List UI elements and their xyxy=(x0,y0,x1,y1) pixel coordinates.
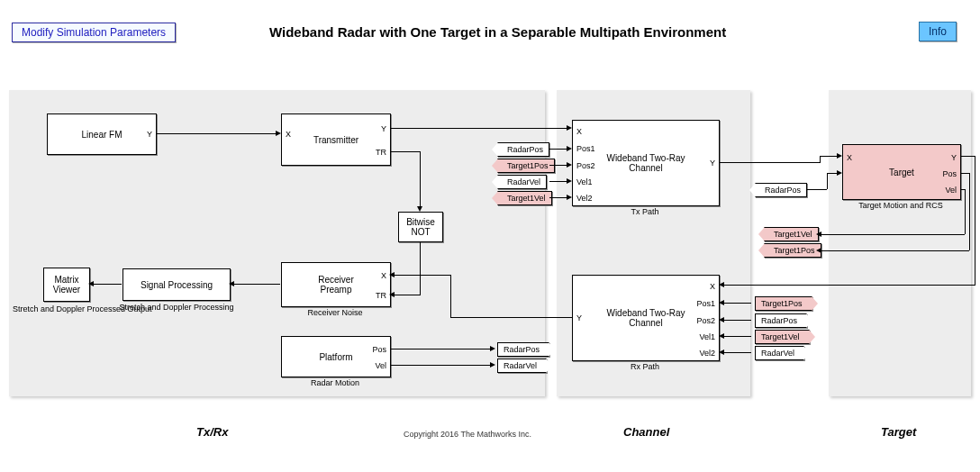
from-radarvel-tx[interactable]: RadarVel xyxy=(497,175,547,189)
caption-tx-path: Tx Path xyxy=(631,207,658,216)
arrow-icon xyxy=(389,272,395,277)
wire xyxy=(965,189,966,234)
wire xyxy=(975,156,975,285)
arrow-icon xyxy=(567,125,572,131)
wire xyxy=(818,234,965,235)
arrow-icon xyxy=(490,362,495,368)
block-label: Target xyxy=(843,145,960,199)
tag-label: RadarVel xyxy=(761,349,794,358)
block-tx-tworay[interactable]: X Pos1 Pos2 Vel1 Vel2 Y Wideband Two-Ray… xyxy=(572,120,720,206)
tag-label: RadarPos xyxy=(504,345,540,354)
copyright-text: Copyright 2016 The Mathworks Inc. xyxy=(404,430,531,439)
wire xyxy=(818,250,969,251)
tag-label: Target1Pos xyxy=(774,246,815,255)
arrow-icon xyxy=(567,195,572,200)
wire xyxy=(960,156,975,157)
from-radarvel-rx[interactable]: RadarVel xyxy=(755,346,804,360)
arrow-icon xyxy=(719,300,724,305)
block-label: Platform xyxy=(282,337,390,377)
from-target1pos-tx[interactable]: Target1Pos xyxy=(497,159,555,173)
block-label: Wideband Two-Ray Channel xyxy=(573,121,719,205)
goto-radarvel[interactable]: RadarVel xyxy=(497,359,547,373)
tag-label: Target1Vel xyxy=(507,194,546,203)
region-label-channel: Channel xyxy=(623,425,669,439)
arrow-icon xyxy=(229,281,234,286)
block-label: Wideband Two-Ray Channel xyxy=(573,276,719,360)
block-label: Matrix Viewer xyxy=(44,268,89,301)
region-label-txrx: Tx/Rx xyxy=(196,425,228,439)
arrow-icon xyxy=(719,282,724,287)
arrow-icon xyxy=(567,146,572,151)
wire xyxy=(960,173,969,174)
arrow-icon xyxy=(719,349,724,355)
arrow-icon xyxy=(719,317,724,322)
from-target1pos-rx[interactable]: Target1Pos xyxy=(755,296,812,311)
arrow-icon xyxy=(389,292,395,297)
arrow-icon xyxy=(837,153,842,159)
wire xyxy=(827,173,828,189)
caption-platform: Radar Motion xyxy=(311,378,359,387)
tag-label: Target1Vel xyxy=(761,332,800,341)
arrow-icon xyxy=(567,162,572,168)
wire xyxy=(390,365,494,366)
wire xyxy=(391,275,451,276)
wire xyxy=(450,317,572,318)
goto-target1vel[interactable]: Target1Vel xyxy=(764,227,819,241)
caption-matrix-viewer: Stretch and Doppler Processed Output xyxy=(13,304,121,313)
arrow-icon xyxy=(276,131,281,136)
caption-target: Target Motion and RCS xyxy=(858,201,943,210)
wire xyxy=(420,151,421,210)
wire xyxy=(807,189,827,190)
block-label: Signal Processing xyxy=(123,269,230,300)
block-label: Linear FM xyxy=(48,114,156,154)
block-matrix-viewer[interactable]: Matrix Viewer xyxy=(43,268,90,302)
block-label: Bitwise NOT xyxy=(399,213,442,241)
from-radarpos-target[interactable]: RadarPos xyxy=(755,183,807,197)
wire xyxy=(820,156,821,163)
region-target xyxy=(829,90,971,396)
tag-label: Target1Pos xyxy=(507,161,549,170)
arrow-icon xyxy=(719,333,724,339)
caption-rx-path: Rx Path xyxy=(631,362,659,371)
arrow-icon xyxy=(567,178,572,184)
from-target1vel-tx[interactable]: Target1Vel xyxy=(497,191,552,205)
wire xyxy=(156,133,279,134)
from-radarpos-tx[interactable]: RadarPos xyxy=(497,142,549,157)
block-bitwise-not[interactable]: Bitwise NOT xyxy=(398,212,443,242)
wire xyxy=(721,285,975,286)
arrow-icon xyxy=(816,248,821,253)
block-signal-processing[interactable]: Signal Processing xyxy=(122,268,231,301)
block-label: Transmitter xyxy=(282,114,390,165)
arrow-icon xyxy=(816,231,821,237)
block-target[interactable]: X Y Pos Vel Target xyxy=(842,144,961,200)
from-radarpos-rx[interactable]: RadarPos xyxy=(755,313,807,328)
tag-label: RadarVel xyxy=(504,361,537,370)
block-platform[interactable]: Pos Vel Platform xyxy=(281,336,391,377)
block-transmitter[interactable]: X Y TR Transmitter xyxy=(281,113,391,166)
from-target1vel-rx[interactable]: Target1Vel xyxy=(755,330,810,344)
tag-label: Target1Pos xyxy=(761,299,803,308)
arrow-icon xyxy=(417,206,422,212)
wire xyxy=(969,173,970,250)
tag-label: RadarPos xyxy=(507,145,543,154)
modify-sim-params-button[interactable]: Modify Simulation Parameters xyxy=(12,23,176,42)
tag-label: Target1Vel xyxy=(774,230,812,239)
diagram-title: Wideband Radar with One Target in a Sepa… xyxy=(269,24,726,40)
block-rx-tworay[interactable]: X Pos1 Pos2 Vel1 Vel2 Y Wideband Two-Ray… xyxy=(572,275,720,361)
wire xyxy=(719,162,820,163)
goto-target1pos[interactable]: Target1Pos xyxy=(764,243,821,258)
wire xyxy=(390,349,494,349)
wire xyxy=(721,320,751,321)
diagram-canvas: Modify Simulation Parameters Info Wideba… xyxy=(0,0,980,472)
wire xyxy=(90,284,122,285)
info-button[interactable]: Info xyxy=(919,22,957,41)
wire xyxy=(390,128,567,129)
arrow-icon xyxy=(490,346,495,351)
tag-label: RadarPos xyxy=(761,316,797,325)
wire xyxy=(721,352,751,353)
region-label-target: Target xyxy=(881,425,916,439)
block-linear-fm[interactable]: Y Linear FM xyxy=(47,113,157,155)
block-receiver-preamp[interactable]: X TR Receiver Preamp xyxy=(281,262,391,307)
wire xyxy=(391,295,421,295)
goto-radarpos[interactable]: RadarPos xyxy=(497,342,549,357)
